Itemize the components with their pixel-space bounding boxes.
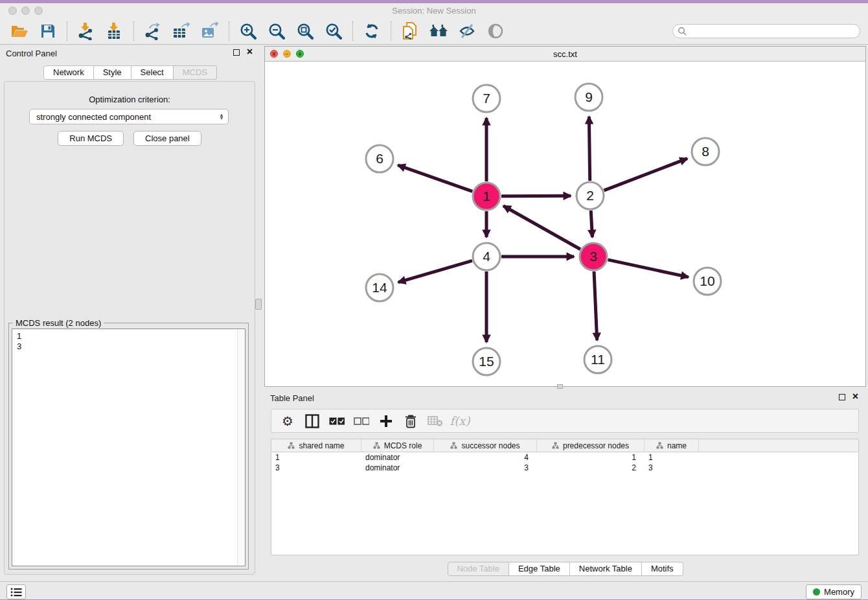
save-session-icon[interactable] [36,21,60,41]
criterion-select[interactable]: strongly connected component ▲▼ [29,109,229,124]
title-bar[interactable]: Session: New Session [0,3,868,18]
search-icon [678,27,687,36]
export-table-icon[interactable] [170,21,193,41]
table-cell[interactable]: 1 [537,452,645,463]
new-network-from-selection-icon[interactable] [398,21,422,41]
zoom-in-icon[interactable] [236,21,260,41]
tab-network[interactable]: Network [43,65,94,80]
close-panel-button[interactable]: Close panel [133,131,201,146]
table-cell[interactable]: 1 [271,452,361,463]
tab-style[interactable]: Style [94,65,131,80]
optimization-criterion-label: Optimization criterion: [5,95,255,104]
function-builder-icon: f(x) [449,411,471,431]
table-cell[interactable]: 2 [537,463,645,473]
table-cell[interactable]: dominator [361,463,434,473]
column-header-MCDS-role[interactable]: MCDS role [361,439,434,452]
graph-edge-3-1[interactable] [503,206,580,249]
close-panel-icon[interactable]: × [247,46,253,58]
tab-node-table[interactable]: Node Table [447,562,509,576]
control-panel-header: Control Panel × [0,45,260,62]
zoom-selected-icon[interactable] [322,21,345,41]
refresh-icon[interactable] [360,21,383,41]
graph-edge-2-3[interactable] [591,211,592,237]
select-all-checks-icon[interactable] [326,411,348,431]
tab-select[interactable]: Select [131,65,174,80]
graph-edge-3-11[interactable] [594,271,597,340]
mcds-result-title: MCDS result (2 nodes) [13,318,104,328]
delete-entries-icon[interactable] [400,411,422,431]
column-type-icon [450,442,457,449]
export-image-icon[interactable] [198,21,222,41]
memory-button[interactable]: Memory [806,584,862,599]
memory-label: Memory [824,587,854,597]
settings-gear-icon[interactable]: ⚙ [277,411,299,431]
run-mcds-button[interactable]: Run MCDS [58,131,124,146]
tab-motifs[interactable]: Motifs [642,562,683,576]
tab-mcds[interactable]: MCDS [174,65,217,80]
toolbar-separator [229,21,229,41]
import-network-icon[interactable] [74,21,98,41]
table-row[interactable]: 1dominator411 [271,452,858,463]
add-column-icon[interactable] [375,411,397,431]
first-neighbors-icon[interactable] [427,21,450,41]
fx-label: f(x) [450,414,470,428]
result-scrollbar[interactable] [237,329,245,566]
graph-edge-1-6[interactable] [398,165,472,191]
column-header-name[interactable]: name [645,439,699,452]
tab-edge-table[interactable]: Edge Table [509,562,570,576]
graph-node-label-8: 8 [702,144,709,159]
mcds-result-text[interactable]: 1 3 [12,329,246,566]
float-table-panel-icon[interactable] [839,394,845,400]
table-cell[interactable]: 3 [645,463,699,473]
vertical-splitter-handle[interactable] [255,299,262,310]
table-panel-title: Table Panel [270,393,314,403]
birds-eye-view-icon[interactable] [484,21,507,41]
graph-edge-2-9[interactable] [589,117,589,181]
search-box[interactable] [672,24,860,38]
graph-edge-3-10[interactable] [608,260,688,277]
search-input[interactable] [689,25,860,37]
horizontal-splitter-handle[interactable] [557,384,563,389]
deselect-all-checks-icon[interactable] [350,411,372,431]
status-bar: Memory [0,581,868,599]
show-graphics-details-icon[interactable] [455,21,479,41]
column-header-successor-nodes[interactable]: successor nodes [434,439,537,452]
network-title: scc.txt [265,49,865,59]
graph-edge-1-2[interactable] [501,196,571,196]
table-cell[interactable]: dominator [361,452,434,463]
node-table[interactable]: shared nameMCDS rolesuccessor nodesprede… [271,439,859,555]
list-icon [10,587,22,597]
column-visibility-icon[interactable] [301,411,323,431]
import-table-icon[interactable] [103,21,126,41]
graph-edge-2-8[interactable] [604,159,687,190]
export-network-icon[interactable] [141,21,165,41]
network-window: × − + scc.txt 7968124314101511 [264,46,866,387]
toolbar-separator [391,21,391,41]
session-title: Session: New Session [0,6,868,16]
graph-node-label-15: 15 [479,354,494,369]
control-panel-tabs: NetworkStyleSelectMCDS [43,65,217,80]
graph-node-label-6: 6 [376,151,383,166]
graph-edge-4-14[interactable] [398,260,472,282]
table-cell[interactable]: 3 [271,463,361,473]
column-header-shared-name[interactable]: shared name [271,439,361,452]
graph-node-label-4: 4 [483,249,490,264]
open-session-icon[interactable] [8,21,31,41]
network-window-titlebar[interactable]: × − + scc.txt [265,47,865,62]
mcds-panel: Optimization criterion: strongly connect… [4,81,255,575]
zoom-fit-icon[interactable] [293,21,317,41]
float-panel-icon[interactable] [233,49,240,56]
table-row[interactable]: 3dominator323 [271,463,858,473]
main-area: Control Panel × NetworkStyleSelectMCDS O… [0,45,868,581]
close-table-panel-icon[interactable]: × [852,391,858,402]
table-cell[interactable]: 3 [434,463,537,473]
zoom-out-icon[interactable] [265,21,288,41]
task-history-button[interactable] [6,584,26,599]
column-header-predecessor-nodes[interactable]: predecessor nodes [537,439,645,452]
graph-node-label-11: 11 [591,352,605,367]
network-canvas[interactable]: 7968124314101511 [265,62,865,386]
tab-network-table[interactable]: Network Table [570,562,642,576]
table-cell[interactable]: 4 [434,452,537,463]
column-type-icon [288,442,295,449]
table-cell[interactable]: 1 [645,452,699,463]
